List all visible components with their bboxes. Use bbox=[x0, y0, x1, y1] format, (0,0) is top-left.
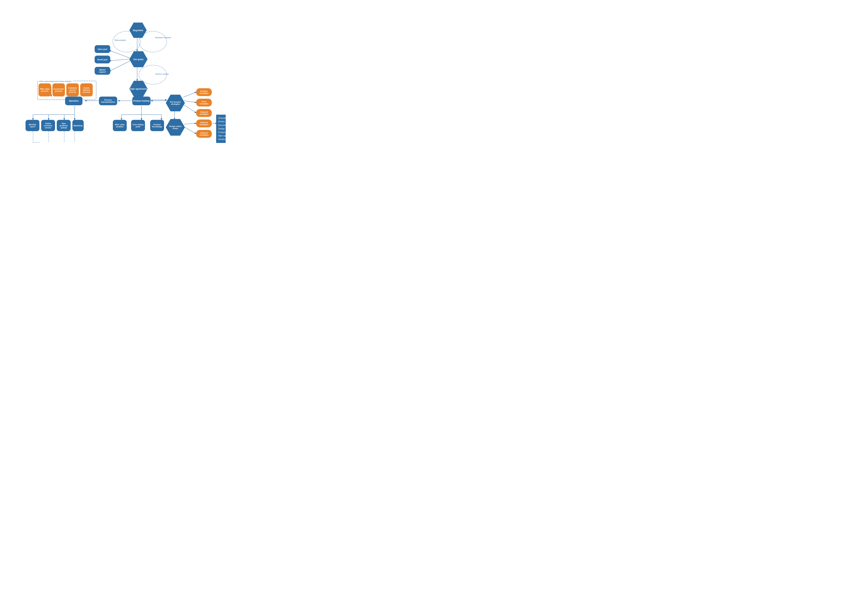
data-analysis-label: Data analysis bbox=[115, 39, 126, 41]
core-selling-point-node: Core selling point bbox=[131, 120, 145, 131]
dashed-assessment-label: -Pass assessment and renew contract- bbox=[38, 80, 73, 82]
goods-delivery-process-label: Goods delivery process bbox=[81, 87, 91, 93]
set-goals-label: Set goals bbox=[133, 58, 144, 61]
operation-label: Operation bbox=[69, 100, 79, 102]
sales-goal-label: Sales goal bbox=[98, 48, 107, 50]
after-sales-process-node: After sales process bbox=[39, 83, 51, 96]
new-products-upload-label: New products upload bbox=[58, 123, 70, 129]
info-box-label: Orientation Photos Documents Design Prod… bbox=[218, 117, 226, 140]
conversion-process-label: Conversion process bbox=[53, 88, 64, 92]
info-box: Orientation Photos Documents Design Prod… bbox=[216, 115, 226, 143]
marketing-node: Marketing bbox=[72, 120, 84, 131]
svg-line-6 bbox=[109, 61, 130, 71]
negotiate-label: Negotiate bbox=[133, 29, 143, 32]
product-knowledge-node: Product Knowledge bbox=[150, 120, 164, 131]
after-sales-process-label: After sales process bbox=[40, 88, 50, 92]
svg-line-14 bbox=[184, 123, 196, 124]
customer-service-process-label: Customer service process bbox=[67, 87, 78, 93]
diagram-container: Negotiate Set goals Sign agreement Sales… bbox=[0, 0, 226, 156]
negotiate-node: Negotiate bbox=[129, 23, 147, 38]
put-forward-strategies-node: Put forward strategies bbox=[166, 95, 185, 111]
svg-line-5 bbox=[109, 59, 130, 61]
goods-delivery-process-node: Goods delivery process bbox=[80, 83, 93, 96]
brand-goal-node: Brand goal bbox=[95, 56, 110, 64]
customer-service-process-node: Customer service process bbox=[66, 83, 79, 96]
after-sales-problem-label: After sales problem bbox=[114, 123, 126, 127]
business-research-label: Business research bbox=[155, 36, 171, 39]
monthly-report-label: Monthly report bbox=[26, 123, 38, 127]
sign-agreement-node: Sign agreement bbox=[129, 81, 147, 97]
process-standardization-node: Process standardization bbox=[99, 96, 117, 105]
arrows-svg bbox=[0, 0, 226, 156]
channel-strategies-1-node: Channel strategies bbox=[196, 109, 212, 117]
svg-line-15 bbox=[184, 127, 196, 134]
channel-strategies-1-label: Channel strategies bbox=[197, 111, 211, 115]
core-selling-point-label: Core selling point bbox=[132, 123, 144, 127]
svg-line-7 bbox=[183, 92, 196, 97]
product-training-node: Product training bbox=[132, 96, 150, 105]
set-goals-node: Set goals bbox=[129, 51, 147, 67]
svg-line-4 bbox=[109, 50, 130, 58]
monthly-report-node: Monthly report bbox=[26, 120, 39, 131]
conversion-process-node: Conversion process bbox=[53, 83, 65, 96]
market-support-node: Market support bbox=[95, 67, 110, 75]
product-knowledge-label: Product Knowledge bbox=[151, 123, 163, 127]
market-support-label: Market support bbox=[96, 69, 109, 73]
channel-strategies-2-label: Channel strategies bbox=[197, 121, 211, 126]
channel-strategies-3-node: Channel strategies bbox=[196, 130, 212, 138]
after-sales-problem-node: After sales problem bbox=[113, 120, 127, 131]
sign-agreement-label: Sign agreement bbox=[130, 87, 147, 90]
product-training-label: Product training bbox=[133, 100, 149, 102]
design-online-shops-node: Design online shops bbox=[166, 119, 185, 136]
process-standardization-label: Process standardization bbox=[100, 99, 116, 103]
channel-strategies-2-node: Channel strategies bbox=[196, 120, 212, 127]
svg-line-9 bbox=[183, 104, 196, 113]
marketing-label: Marketing bbox=[74, 124, 83, 127]
put-forward-label: Put forward strategies bbox=[166, 100, 185, 106]
price-strategies-node: Price strategies bbox=[196, 99, 212, 106]
svg-line-8 bbox=[184, 101, 196, 103]
product-strategies-label: Product strategies bbox=[197, 90, 211, 94]
design-online-shops-label: Design online shops bbox=[166, 124, 185, 130]
online-customer-service-label: Online customer service bbox=[42, 123, 54, 129]
new-products-upload-node: New products upload bbox=[57, 120, 71, 131]
online-customer-service-node: Online customer service bbox=[41, 120, 55, 131]
sales-goal-node: Sales goal bbox=[95, 45, 110, 53]
service-content-label: Service content bbox=[155, 73, 169, 75]
product-strategies-node: Product strategies bbox=[196, 88, 212, 96]
channel-strategies-3-label: Channel strategies bbox=[197, 132, 211, 136]
brand-goal-label: Brand goal bbox=[98, 59, 107, 61]
price-strategies-label: Price strategies bbox=[197, 101, 211, 105]
